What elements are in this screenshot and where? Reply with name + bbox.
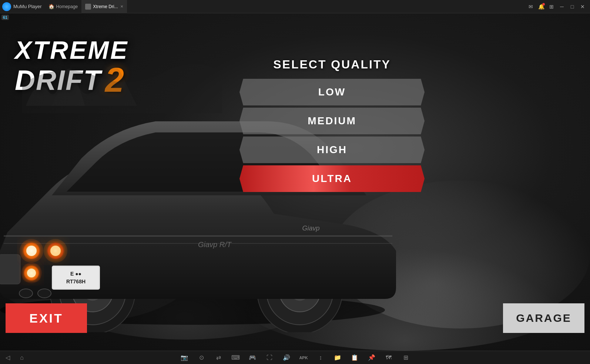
quality-panel: SELECT QUALITY LOW MEDIUM HIGH ULTRA xyxy=(239,58,425,194)
quality-low-button[interactable]: LOW xyxy=(239,79,425,105)
svg-rect-9 xyxy=(0,255,20,284)
exit-label: EXIT xyxy=(29,311,63,326)
quality-ultra-button[interactable]: ULTRA xyxy=(239,165,425,192)
svg-text:Giavp: Giavp xyxy=(302,225,319,232)
pin-icon[interactable]: 📌 xyxy=(368,354,376,362)
minimize-button[interactable]: ─ xyxy=(557,2,566,11)
tab-game-label: Xtreme Dri... xyxy=(93,4,118,9)
folder-icon[interactable]: 📁 xyxy=(333,354,342,362)
titlebar-controls: ✉ 🔔 ⊞ ─ □ ✕ xyxy=(526,2,590,11)
home-button[interactable]: ⌂ xyxy=(18,354,26,362)
screenshot-icon[interactable]: 📷 xyxy=(180,354,188,362)
apk-icon[interactable]: APK xyxy=(299,354,308,362)
map-icon[interactable]: 🗺 xyxy=(385,354,393,362)
volume-icon[interactable]: 🔊 xyxy=(282,354,291,362)
svg-point-23 xyxy=(19,289,33,298)
fullscreen-icon[interactable]: ⛶ xyxy=(265,354,274,362)
camera-icon[interactable]: ⊙ xyxy=(197,354,205,362)
app-name: MuMu Player xyxy=(13,4,42,9)
svg-rect-11 xyxy=(53,267,99,289)
svg-point-24 xyxy=(38,289,51,298)
svg-text:RT768H: RT768H xyxy=(66,279,86,284)
garage-label: GARAGE xyxy=(516,312,571,324)
keyboard-icon[interactable]: ⌨ xyxy=(231,354,239,362)
svg-text:Giavp R/T: Giavp R/T xyxy=(198,240,232,249)
logo-flames xyxy=(22,54,222,113)
window-icon[interactable]: ⊞ xyxy=(547,2,556,11)
svg-text:E ●●: E ●● xyxy=(70,271,81,277)
maximize-button[interactable]: □ xyxy=(568,2,577,11)
back-button[interactable]: ◁ xyxy=(4,354,12,362)
fps-badge: 61 xyxy=(1,15,9,20)
bottom-toolbar: ◁ ⌂ 📷 ⊙ ⇄ ⌨ 🎮 ⛶ 🔊 APK ↕ 📁 📋 📌 🗺 ⊞ xyxy=(0,351,590,364)
clipboard-icon[interactable]: 📋 xyxy=(351,354,359,362)
notification-icon[interactable]: 🔔 xyxy=(537,2,546,11)
svg-point-16 xyxy=(26,246,37,256)
grid-icon[interactable]: ⊞ xyxy=(402,354,410,362)
resize-icon[interactable]: ↕ xyxy=(316,354,325,362)
app-logo xyxy=(2,2,11,11)
tab-homepage[interactable]: 🏠 Homepage xyxy=(45,0,82,13)
exit-button[interactable]: EXIT xyxy=(6,303,87,333)
quality-high-button[interactable]: HIGH xyxy=(239,136,425,163)
game-logo: XTREME DRIFT 2 xyxy=(15,36,207,100)
quality-medium-button[interactable]: MEDIUM xyxy=(239,108,425,134)
svg-point-19 xyxy=(50,246,61,256)
titlebar: MuMu Player 🏠 Homepage Xtreme Dri... ✕ ✉… xyxy=(0,0,590,13)
select-quality-title: SELECT QUALITY xyxy=(239,58,425,71)
bottom-nav-left: ◁ ⌂ xyxy=(4,354,26,362)
home-icon: 🏠 xyxy=(48,4,54,9)
game-area: E ●● RT768H Giavp R/T Giavp xyxy=(0,13,590,351)
tab-game[interactable]: Xtreme Dri... ✕ xyxy=(81,0,127,13)
game-tab-icon xyxy=(85,4,91,10)
tab-close-button[interactable]: ✕ xyxy=(120,4,123,9)
tab-homepage-label: Homepage xyxy=(56,4,78,9)
close-button[interactable]: ✕ xyxy=(578,2,587,11)
garage-button[interactable]: GARAGE xyxy=(503,303,584,333)
gamepad-icon[interactable]: 🎮 xyxy=(248,354,257,362)
message-icon[interactable]: ✉ xyxy=(526,2,535,11)
rotate-icon[interactable]: ⇄ xyxy=(214,354,222,362)
svg-point-22 xyxy=(27,269,36,277)
